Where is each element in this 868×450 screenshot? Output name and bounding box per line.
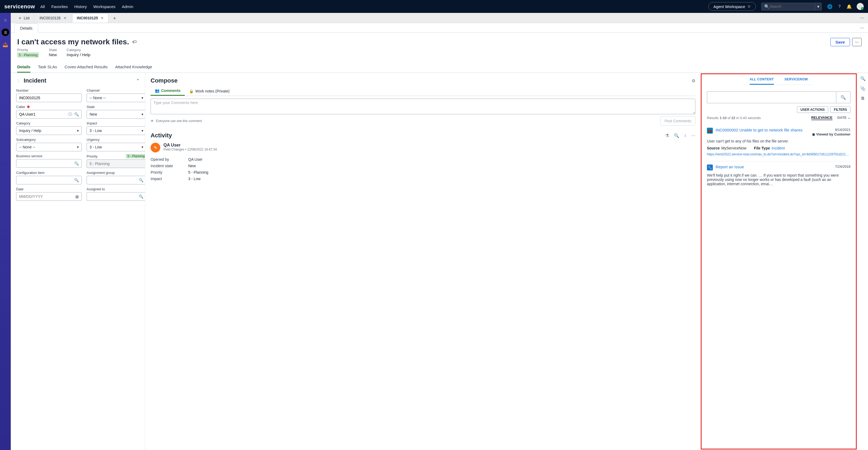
assigned-to-input[interactable]: 🔍 bbox=[87, 192, 145, 201]
sort-relevance[interactable]: RELEVANCE bbox=[811, 116, 833, 120]
record-header: I can't access my network files. 🏷 Save … bbox=[11, 33, 868, 57]
nav-history[interactable]: History bbox=[74, 4, 87, 9]
subtab-details[interactable]: Details bbox=[14, 23, 38, 33]
tab-inc0010125[interactable]: INC0010125 ✕ bbox=[72, 13, 108, 23]
calendar-icon[interactable]: ▦ bbox=[75, 194, 79, 199]
search-icon[interactable]: 🔍 bbox=[74, 112, 79, 117]
user-actions-button[interactable]: USER ACTIONS bbox=[797, 106, 828, 113]
home-icon[interactable]: ⌂ bbox=[2, 16, 9, 24]
search-icon[interactable]: 🔍 bbox=[860, 76, 866, 81]
bell-icon[interactable]: 🔔 bbox=[846, 4, 852, 9]
filters-button[interactable]: FILTERS bbox=[830, 106, 850, 113]
search-icon[interactable]: 🔍 bbox=[74, 178, 79, 182]
section-tab-coveo[interactable]: Coveo Attached Results bbox=[65, 62, 107, 72]
priority-readonly: 5 - Planning bbox=[87, 159, 145, 168]
state-select[interactable]: New▾ bbox=[87, 110, 145, 119]
more-actions-button[interactable]: ⋯ bbox=[852, 38, 862, 46]
compose-heading: Compose bbox=[151, 77, 178, 84]
date-input[interactable]: ▦ bbox=[16, 192, 82, 201]
save-button[interactable]: Save bbox=[830, 38, 850, 46]
eye-icon: 👁 bbox=[151, 119, 154, 123]
section-tab-knowledge[interactable]: Attached Knowledge bbox=[115, 62, 152, 72]
business-service-input[interactable]: 🔍 bbox=[16, 159, 82, 168]
compose-tab-worknotes[interactable]: 🔒Work notes (Private) bbox=[185, 86, 234, 96]
coveo-search-button[interactable]: 🔍 bbox=[836, 91, 850, 103]
result-title[interactable]: Report an Issue bbox=[716, 164, 832, 170]
coveo-search-input[interactable] bbox=[707, 91, 836, 103]
activity-overflow-icon[interactable]: ⋯ bbox=[691, 133, 695, 138]
right-rail: 🔍 📎 🗎 bbox=[857, 73, 868, 450]
help-icon[interactable]: ？ bbox=[837, 4, 842, 9]
result-desc: We'll help put it right if we can. … If … bbox=[707, 173, 850, 186]
compose-textarea[interactable]: Type your Comments here bbox=[151, 99, 695, 114]
config-item-input[interactable]: 🔍 bbox=[16, 176, 82, 184]
coveo-result: 🔧 Report an Issue 7/24/2018 We'll help p… bbox=[707, 161, 850, 191]
tag-icon[interactable]: 🏷 bbox=[132, 39, 136, 44]
list-icon[interactable]: ≣ bbox=[2, 29, 9, 36]
subcategory-select[interactable]: -- None --▾ bbox=[16, 143, 82, 151]
assigned-to-label: Assigned to bbox=[87, 187, 145, 191]
record-title: I can't access my network files. bbox=[17, 38, 129, 46]
collapse-icon[interactable]: ⌃ bbox=[136, 78, 140, 83]
nav-all[interactable]: All bbox=[40, 4, 45, 9]
channel-label: Channel bbox=[87, 89, 145, 93]
urgency-select[interactable]: 3 - Low▾ bbox=[87, 143, 145, 151]
global-search[interactable]: 🔍 bbox=[761, 3, 815, 10]
result-url[interactable]: https://ven02522.service-now.com/nav_to.… bbox=[707, 153, 850, 156]
activity-meta: Field Changes • 12/08/2022 18:47:34 bbox=[163, 148, 217, 151]
meta-priority: Priority 5 - Planning bbox=[17, 48, 39, 57]
compose-visibility: Everyone can see this comment bbox=[156, 119, 202, 123]
nav-links: All Favorites History Workspaces Admin bbox=[40, 4, 133, 9]
user-avatar[interactable]: QU bbox=[857, 3, 864, 10]
result-title[interactable]: INC0000002 Unable to get to network file… bbox=[716, 128, 809, 136]
sort-date[interactable]: DATE ⌄ bbox=[837, 116, 850, 120]
nav-favorites[interactable]: Favorites bbox=[51, 4, 68, 9]
search-icon[interactable]: 🔍 bbox=[139, 178, 143, 182]
compose-tab-comments[interactable]: 👥Comments bbox=[151, 86, 185, 96]
document-icon[interactable]: 🗎 bbox=[861, 96, 865, 101]
eye-icon: ◉ bbox=[812, 132, 815, 136]
meta-state: State New bbox=[49, 48, 57, 57]
global-search-input[interactable] bbox=[770, 4, 812, 9]
result-filetype[interactable]: Incident bbox=[772, 146, 785, 150]
caller-input[interactable]: ⓘ 🔍 bbox=[16, 110, 82, 119]
section-tab-slas[interactable]: Task SLAs bbox=[38, 62, 57, 72]
search-icon[interactable]: 🔍 bbox=[674, 133, 679, 138]
section-tab-details[interactable]: Details bbox=[17, 62, 30, 72]
number-input[interactable] bbox=[16, 94, 82, 102]
search-scope-dropdown[interactable]: ▾ bbox=[815, 3, 822, 10]
caller-label: Caller✱ bbox=[16, 105, 82, 109]
globe-icon[interactable]: 🌐 bbox=[827, 4, 833, 9]
tab-inc0010126[interactable]: INC0010126 ✕ bbox=[35, 14, 71, 22]
search-icon: 🔍 bbox=[764, 4, 770, 9]
assignment-group-input[interactable]: 🔍 bbox=[87, 176, 145, 184]
record-tabs: List INC0010126 ✕ INC0010125 ✕ ＋ ⋯ bbox=[11, 13, 868, 23]
inbox-icon[interactable]: 📥 bbox=[2, 41, 9, 49]
nav-workspaces[interactable]: Workspaces bbox=[93, 4, 115, 9]
tab-list[interactable]: List bbox=[14, 14, 34, 22]
search-icon[interactable]: 🔍 bbox=[74, 161, 79, 166]
tab-add[interactable]: ＋ bbox=[110, 13, 120, 23]
priority-label: Priority5 - Planning bbox=[87, 154, 145, 158]
coveo-tab-all[interactable]: ALL CONTENT bbox=[750, 77, 774, 85]
info-icon[interactable]: ⓘ bbox=[68, 112, 72, 117]
close-icon[interactable]: ✕ bbox=[100, 16, 104, 20]
attachment-icon[interactable]: 📎 bbox=[860, 86, 866, 91]
sort-icon[interactable]: ↕ bbox=[684, 133, 686, 138]
drag-icon[interactable]: ⋮ bbox=[16, 78, 21, 83]
subtabs-overflow-icon[interactable]: ⋯ bbox=[860, 25, 864, 30]
channel-select[interactable]: -- None --▾ bbox=[87, 94, 145, 102]
category-select[interactable]: Inquiry / Help▾ bbox=[16, 126, 82, 135]
impact-select[interactable]: 3 - Low▾ bbox=[87, 126, 145, 135]
compose-activity-panel: Compose ⚙ 👥Comments 🔒Work notes (Private… bbox=[145, 73, 701, 450]
nav-admin[interactable]: Admin bbox=[122, 4, 133, 9]
coveo-tab-sn[interactable]: SERVICENOW bbox=[785, 77, 808, 85]
post-comments-button[interactable]: Post Comments bbox=[660, 117, 695, 126]
filter-icon[interactable]: ⚗ bbox=[665, 133, 669, 138]
search-icon[interactable]: 🔍 bbox=[139, 194, 143, 199]
tabs-overflow-icon[interactable]: ⋯ bbox=[860, 15, 864, 21]
compose-settings-icon[interactable]: ⚙ bbox=[692, 78, 695, 83]
close-icon[interactable]: ✕ bbox=[63, 16, 67, 20]
chevron-down-icon: ▾ bbox=[77, 128, 79, 133]
agent-workspace-pill[interactable]: Agent Workspace ☆ bbox=[708, 2, 756, 11]
